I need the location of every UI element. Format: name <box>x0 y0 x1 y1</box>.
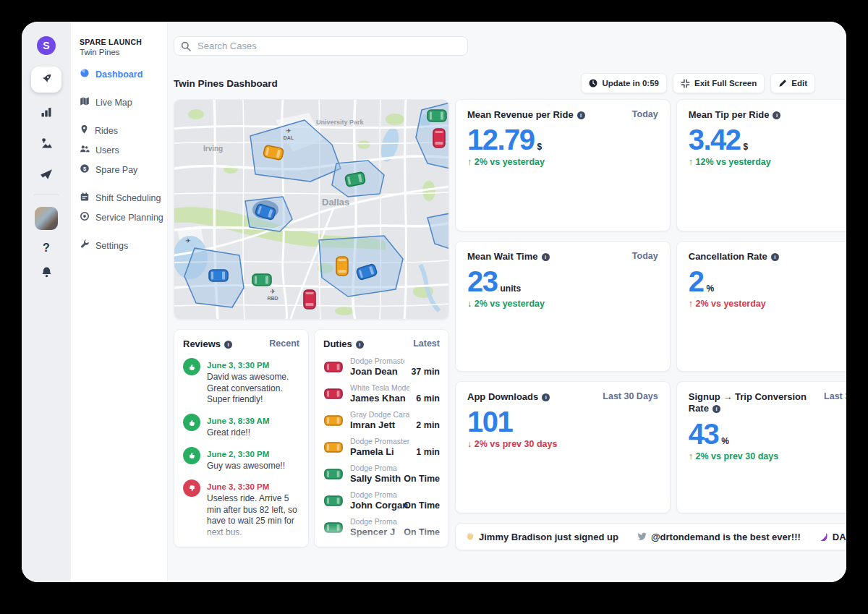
map-vehicle[interactable] <box>304 290 315 309</box>
rail-divider <box>34 195 59 195</box>
review-text: Guy was awesome!! <box>207 461 285 472</box>
map-vehicle[interactable] <box>252 274 271 286</box>
shift-calendar-icon <box>80 192 90 204</box>
trend-arrow-icon: ↓ <box>467 439 472 449</box>
review-timestamp: June 3, 3:30 PM <box>207 482 269 491</box>
metric-value: 101 <box>467 407 512 436</box>
map-vehicle[interactable] <box>433 129 445 148</box>
duties-panel: Duties Latest <box>314 329 449 547</box>
nav-panel: SPARE LAUNCH Twin Pines Dashboard Live M… <box>71 22 168 582</box>
duty-row[interactable]: Dodge Promaster 197 Pamela Li 1 min <box>323 437 440 457</box>
bar-chart-icon[interactable] <box>40 106 53 118</box>
review-item[interactable]: June 3, 3:30 PM David was awesome. Great… <box>183 358 299 406</box>
info-icon[interactable] <box>542 393 550 401</box>
duty-vehicle: Dodge Promaster 102 <box>350 517 397 526</box>
svg-text:RBD: RBD <box>267 296 278 301</box>
nav-item-shift-scheduling[interactable]: Shift Scheduling <box>80 192 167 204</box>
duty-row[interactable]: Gray Dodge Caravan Imran Jett 2 min <box>323 410 440 430</box>
nav-item-settings[interactable]: Settings <box>80 239 167 252</box>
vehicle-icon <box>323 440 344 454</box>
duty-row[interactable]: White Tesla Model 3 (4V99X4 James Khan 6… <box>323 383 440 404</box>
live-map-icon <box>80 96 90 108</box>
thumb-icon <box>183 547 200 547</box>
metric-value: 23 <box>467 267 498 296</box>
map-place-label: University Park <box>316 119 365 126</box>
trend-arrow-icon: ↓ <box>467 299 472 309</box>
nav-item-service-planning[interactable]: Service Planning <box>80 211 167 223</box>
search-input[interactable] <box>196 40 461 52</box>
review-timestamp: June 3, 8:39 AM <box>207 417 270 425</box>
bell-icon[interactable] <box>41 266 53 279</box>
user-avatar[interactable] <box>35 207 58 230</box>
duty-row[interactable]: Dodge Promaster 102 Spencer J On Time <box>323 517 440 537</box>
info-icon[interactable] <box>542 253 550 261</box>
ticker-item: @drtondemand is the best ever!!! <box>637 532 801 542</box>
map-vehicle[interactable] <box>336 257 348 276</box>
nav-item-rides[interactable]: Rides <box>80 124 167 137</box>
nav-item-live-map[interactable]: Live Map <box>80 96 167 108</box>
places-map-icon[interactable] <box>40 137 54 149</box>
review-item[interactable]: June 2, 3:30 PM Guy was awesome!! <box>183 447 299 472</box>
map-place-label: Dallas <box>322 197 349 208</box>
spare-pay-icon: $ <box>80 163 90 176</box>
duty-time: 2 min <box>416 420 440 430</box>
metric-title: App Downloads <box>467 391 550 403</box>
duties-filter: Latest <box>413 338 440 349</box>
settings-wrench-icon <box>80 239 90 252</box>
metrics-grid: Mean Revenue per Ride Today 12.79 $ ↑ 2%… <box>455 99 846 513</box>
users-icon <box>80 144 90 156</box>
vehicle-icon <box>323 360 344 374</box>
nav-item-dashboard[interactable]: Dashboard <box>80 68 167 80</box>
rail-item-launch[interactable] <box>31 67 61 93</box>
rides-pin-icon <box>80 124 89 137</box>
brand-name: SPARE LAUNCH <box>80 38 167 46</box>
org-logo[interactable]: S <box>37 36 56 55</box>
metric-title: Mean Tip per Ride <box>689 109 781 121</box>
info-icon[interactable] <box>224 341 232 349</box>
paper-plane-icon[interactable] <box>40 168 53 180</box>
help-icon[interactable] <box>43 242 50 255</box>
metric-delta: ↑ 2% vs prev 30 days <box>689 451 846 461</box>
nav-item-users[interactable]: Users <box>80 144 167 156</box>
duty-vehicle: Dodge Promaster 094 <box>350 464 397 472</box>
wave-icon <box>465 532 475 542</box>
svg-text:DAL: DAL <box>284 135 294 140</box>
duty-driver: Pamela Li <box>350 446 409 457</box>
info-icon[interactable] <box>771 253 779 261</box>
info-icon[interactable] <box>773 111 780 119</box>
review-item[interactable]: June 1, 1:20 PM This man is a gem, best … <box>183 547 299 547</box>
duty-row[interactable]: Red Tesla Model X Ben Morgan On Time <box>323 544 440 547</box>
metric-title: Mean Wait Time <box>467 251 550 263</box>
map-vehicle[interactable] <box>427 110 446 121</box>
metric-title: Mean Revenue per Ride <box>467 109 585 121</box>
app-window: S <box>22 22 846 582</box>
thumb-icon <box>183 358 200 375</box>
info-icon[interactable] <box>356 341 364 349</box>
info-icon[interactable] <box>577 111 585 119</box>
info-icon[interactable] <box>712 405 720 413</box>
update-timer-button[interactable]: Update in 0:59 <box>581 73 667 93</box>
duty-row[interactable]: Dodge Promaster 094 Sally Smith On Time <box>323 464 440 484</box>
duty-row[interactable]: Dodge Promaster 045 John Corgan On Time <box>323 490 440 511</box>
map-vehicle[interactable] <box>209 270 228 281</box>
ticker-text: @drtondemand is the best ever!!! <box>651 532 801 542</box>
review-timestamp: June 3, 3:30 PM <box>207 361 269 370</box>
search-bar[interactable] <box>174 36 468 56</box>
review-text: Useless ride. Arrive 5 min after bus 82 … <box>207 493 299 538</box>
metric-card: Mean Tip per Ride Today 3.42 $ ↑ 12% vs … <box>676 99 846 231</box>
review-item[interactable]: June 3, 8:39 AM Great ride!! <box>183 414 299 439</box>
review-item[interactable]: June 3, 3:30 PM Useless ride. Arrive 5 m… <box>183 479 299 538</box>
exit-fullscreen-button[interactable]: Exit Full Screen <box>673 73 765 93</box>
thumb-icon <box>183 414 200 431</box>
duty-row[interactable]: Dodge Promaster 128 Joan Dean 37 min <box>323 357 440 377</box>
icon-rail: S <box>22 22 71 582</box>
clock-icon <box>589 79 597 88</box>
vehicle-icon <box>323 387 344 401</box>
metric-unit: % <box>707 283 715 296</box>
edit-button[interactable]: Edit <box>770 73 815 93</box>
vehicle-icon <box>323 494 344 508</box>
live-map[interactable]: IrvingUniversity ParkDallas✈DAL✈RBD✈ <box>174 99 449 320</box>
nav-item-spare-pay[interactable]: $ Spare Pay <box>80 163 167 176</box>
metric-unit: % <box>721 436 729 448</box>
metric-unit: $ <box>744 142 749 154</box>
